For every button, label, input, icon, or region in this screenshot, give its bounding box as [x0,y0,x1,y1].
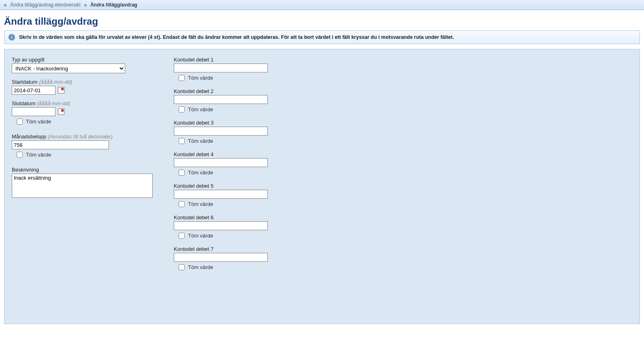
hint-startdatum: (åååå-mm-dd) [39,79,72,85]
hint-manadsbelopp: (Avrundas till två decimaler) [48,134,113,140]
form-column-left: Typ av uppgift INACK - Inackordering Sta… [12,57,158,205]
label-kontodel-debet: Kontodel debet 3 [174,120,291,126]
kontodel-debet-block: Kontodel debet 5Töm värde [174,183,291,207]
kontodel-debet-block: Kontodel debet 3Töm värde [174,120,291,144]
kontodel-tom-varde-label: Töm värde [188,233,213,239]
kontodel-debet-input[interactable] [174,127,268,136]
slutdatum-tom-varde-checkbox[interactable] [17,119,23,125]
label-kontodel-debet: Kontodel debet 1 [174,57,291,63]
breadcrumb: Ändra tillägg/avdrag elevöversikt Ändra … [0,0,644,10]
label-kontodel-debet: Kontodel debet 7 [174,246,291,252]
kontodel-debet-input[interactable] [174,253,268,262]
beskrivning-textarea[interactable] [12,174,153,198]
kontodel-debet-block: Kontodel debet 6Töm värde [174,214,291,239]
label-manadsbelopp-text: Månadsbelopp [12,134,46,140]
kontodel-debet-block: Kontodel debet 2Töm värde [174,88,291,112]
kontodel-tom-varde-checkbox[interactable] [179,233,185,239]
info-bar: i Skriv in de värden som ska gälla för u… [4,30,640,44]
label-manadsbelopp: Månadsbelopp (Avrundas till två decimale… [12,134,158,140]
hint-slutdatum: (åååå-mm-dd) [37,100,70,106]
manadsbelopp-tom-varde-checkbox[interactable] [17,152,23,158]
breadcrumb-separator-icon [84,3,88,7]
kontodel-tom-varde-checkbox[interactable] [179,106,185,112]
kontodel-debet-input[interactable] [174,221,268,230]
kontodel-tom-varde-label: Töm värde [188,170,213,176]
kontodel-tom-varde-label: Töm värde [188,75,213,81]
label-slutdatum-text: Slutdatum [12,100,36,106]
label-kontodel-debet: Kontodel debet 5 [174,183,291,189]
slutdatum-input[interactable] [12,107,55,116]
manadsbelopp-tom-varde-label: Töm värde [26,152,51,158]
breadcrumb-bullet-icon [4,4,6,6]
kontodel-debet-block: Kontodel debet 1Töm värde [174,57,291,81]
form-column-right: Kontodel debet 1Töm värdeKontodel debet … [174,57,291,278]
kontodel-debet-input[interactable] [174,158,268,167]
breadcrumb-link-overview[interactable]: Ändra tillägg/avdrag elevöversikt [10,2,80,8]
kontodel-debet-block: Kontodel debet 7Töm värde [174,246,291,270]
kontodel-tom-varde-checkbox[interactable] [179,75,185,81]
kontodel-tom-varde-label: Töm värde [188,106,213,112]
kontodel-tom-varde-label: Töm värde [188,264,213,270]
kontodel-tom-varde-checkbox[interactable] [179,138,185,144]
typ-av-uppgift-select[interactable]: INACK - Inackordering [12,64,125,73]
startdatum-input[interactable] [12,86,55,95]
kontodel-debet-input[interactable] [174,95,268,104]
label-startdatum-text: Startdatum [12,79,38,85]
kontodel-debet-block: Kontodel debet 4Töm värde [174,151,291,176]
kontodel-debet-input[interactable] [174,190,268,199]
kontodel-tom-varde-label: Töm värde [188,201,213,207]
label-slutdatum: Slutdatum (åååå-mm-dd) [12,100,158,106]
kontodel-debet-input[interactable] [174,64,268,72]
kontodel-tom-varde-checkbox[interactable] [179,264,185,270]
kontodel-tom-varde-label: Töm värde [188,138,213,144]
form-panel: Typ av uppgift INACK - Inackordering Sta… [4,49,640,324]
label-kontodel-debet: Kontodel debet 2 [174,88,291,94]
kontodel-tom-varde-checkbox[interactable] [179,170,185,176]
label-kontodel-debet: Kontodel debet 4 [174,151,291,157]
info-icon: i [9,34,15,40]
label-typ: Typ av uppgift [12,57,158,63]
label-kontodel-debet: Kontodel debet 6 [174,214,291,221]
manadsbelopp-input[interactable] [12,140,109,149]
calendar-icon[interactable] [58,108,64,115]
label-startdatum: Startdatum (åååå-mm-dd) [12,79,158,85]
breadcrumb-current: Ändra tillägg/avdrag [90,2,137,8]
info-text: Skriv in de värden som ska gälla för urv… [19,34,454,40]
page-title: Ändra tillägg/avdrag [4,16,644,27]
slutdatum-tom-varde-label: Töm värde [26,119,51,125]
calendar-icon[interactable] [58,87,64,93]
label-beskrivning: Beskrivning [12,167,158,173]
kontodel-tom-varde-checkbox[interactable] [179,201,185,207]
